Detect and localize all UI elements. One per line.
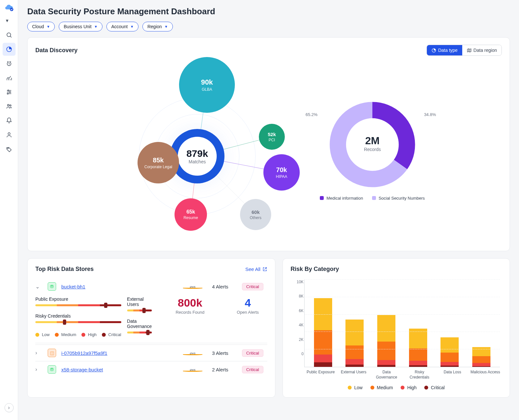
see-all-link[interactable]: See All xyxy=(245,266,267,272)
sidebar-expand-button[interactable]: › xyxy=(5,403,14,412)
bar-public exposure[interactable] xyxy=(314,298,332,367)
nav-settings-sliders[interactable] xyxy=(3,86,16,99)
expand-toggle[interactable]: › xyxy=(35,350,44,356)
bubble-glba[interactable]: 90kGLBA xyxy=(179,57,235,113)
bar-segment-high xyxy=(441,362,459,366)
svg-point-8 xyxy=(7,90,8,91)
svg-line-2 xyxy=(10,36,11,37)
data-discovery-title: Data Discovery xyxy=(35,47,78,54)
nav-profile[interactable] xyxy=(3,128,16,141)
y-axis: 10K8K6K4K2K0 xyxy=(291,280,304,356)
gauge-legend: LowMediumHighCritical xyxy=(35,332,121,337)
nav-users[interactable] xyxy=(3,100,16,113)
filter-account[interactable]: Account▼ xyxy=(106,22,139,31)
bar-risky credentials[interactable] xyxy=(409,329,427,367)
nav-tag[interactable] xyxy=(3,143,16,156)
nav-dashboard[interactable] xyxy=(3,43,16,56)
bubble-value: 52k xyxy=(268,132,276,137)
store-name-link[interactable]: x58-storage-bucket xyxy=(61,367,180,372)
bar-segment-medium xyxy=(314,330,332,355)
bubble-label: GLBA xyxy=(202,87,212,92)
nav-alerts-clock[interactable] xyxy=(3,57,16,70)
bubble-label: Others xyxy=(250,216,261,220)
filter-business-unit[interactable]: Business Unit▼ xyxy=(59,22,102,31)
store-name-link[interactable]: bucket-bh1 xyxy=(61,284,180,289)
x-label: Risky Credentials xyxy=(404,370,434,380)
nav-trends[interactable] xyxy=(3,71,16,84)
legend-swatch xyxy=(320,196,324,200)
product-logo xyxy=(5,3,14,12)
store-name-link[interactable]: i-0705b912a97f5a9f1 xyxy=(61,350,180,356)
datastore-icon: ◫ xyxy=(48,349,56,357)
y-tick: 6K xyxy=(291,309,304,313)
y-tick: 0 xyxy=(291,352,304,356)
matches-label: Matches xyxy=(189,159,206,164)
bar-segment-high xyxy=(377,360,395,365)
legend-ssn: Social Security Numbers xyxy=(372,196,425,201)
svg-point-1 xyxy=(7,33,11,37)
expand-toggle[interactable]: ⌄ xyxy=(35,284,44,290)
x-label: Malicious Access xyxy=(470,370,500,380)
chevron-down-icon: ▼ xyxy=(164,25,168,29)
gauge-data governance: Data Governance xyxy=(127,319,152,333)
toggle-data-type[interactable]: Data type xyxy=(427,45,462,55)
bubble-hipaa[interactable]: 70kHIPAA xyxy=(263,154,300,191)
x-label: Public Exposure xyxy=(306,370,336,380)
bar-segment-critical xyxy=(314,362,332,367)
donut-center-label: Records xyxy=(364,147,381,152)
bubble-others[interactable]: 60kOthers xyxy=(240,199,271,230)
svg-point-11 xyxy=(7,104,9,106)
filter-region[interactable]: Region▼ xyxy=(142,22,173,31)
bubble-chart: 879k Matches 90kGLBA52kPCI70kHIPAA60kOth… xyxy=(100,65,295,234)
cloud-provider-icon: aws xyxy=(183,351,202,355)
gauge-risky credentials: Risky Credentials xyxy=(35,313,121,323)
bar-data loss[interactable] xyxy=(441,337,459,367)
y-tick: 8K xyxy=(291,294,304,298)
bar-malicious access[interactable] xyxy=(472,347,490,367)
legend-medium: Medium xyxy=(370,385,393,390)
donut-legend: Medical information Social Security Numb… xyxy=(320,196,425,201)
risk-by-category-title: Risk By Category xyxy=(291,266,502,273)
bubble-label: Corporate Legal xyxy=(144,165,172,169)
data-discovery-card: Data Discovery Data type Data region xyxy=(27,37,510,251)
x-label: Data Governance xyxy=(372,370,402,380)
bar-legend: LowMediumHighCritical xyxy=(291,385,502,390)
external-link-icon xyxy=(262,267,267,272)
datastore-icon: ⛃ xyxy=(48,365,56,374)
toggle-data-region[interactable]: Data region xyxy=(462,45,501,55)
bubble-pci[interactable]: 52kPCI xyxy=(259,124,285,150)
risk-by-category-card: Risk By Category 10K8K6K4K2K0 Public Exp… xyxy=(283,258,510,398)
gauge-public exposure: Public Exposure xyxy=(35,297,121,306)
bubble-resume[interactable]: 65kResume xyxy=(175,198,207,231)
filter-cloud[interactable]: Cloud▼ xyxy=(27,22,55,31)
bar-segment-critical xyxy=(345,365,364,367)
pie-icon xyxy=(431,48,436,53)
bar-segment-critical xyxy=(409,365,427,367)
bubble-corp[interactable]: 85kCorporate Legal xyxy=(138,142,179,183)
bubble-label: PCI xyxy=(269,138,275,142)
expand-toggle[interactable]: › xyxy=(35,367,44,372)
alert-count: 3 Alerts xyxy=(206,350,235,356)
bar-segment-medium xyxy=(441,353,459,362)
chevron-down-icon: ▼ xyxy=(130,25,134,29)
legend-low: Low xyxy=(348,385,363,390)
filter-bar: Cloud▼ Business Unit▼ Account▼ Region▼ xyxy=(27,22,510,31)
bar-segment-medium xyxy=(472,356,490,363)
bar-external users[interactable] xyxy=(345,320,364,367)
map-icon xyxy=(467,48,472,53)
bar-data governance[interactable] xyxy=(377,315,395,367)
bar-segment-critical xyxy=(472,366,490,367)
sidebar-collapse-caret[interactable]: ▾ xyxy=(3,14,16,27)
open-alerts-metric: 4Open Alerts xyxy=(228,297,267,315)
gauge-external users: External Users xyxy=(127,297,152,311)
risk-bar-chart: 10K8K6K4K2K0 xyxy=(291,276,502,367)
nav-search[interactable] xyxy=(3,29,16,41)
chevron-down-icon: ▼ xyxy=(94,25,98,29)
matches-value: 879k xyxy=(187,148,208,159)
y-tick: 4K xyxy=(291,323,304,327)
bubble-value: 90k xyxy=(201,78,213,87)
donut-chart: 65.2% 34.8% 2M Records Medical informati… xyxy=(308,99,437,201)
x-label: External Users xyxy=(339,370,368,380)
nav-notifications[interactable] xyxy=(3,114,16,127)
sidebar: ▾ › xyxy=(0,0,18,420)
